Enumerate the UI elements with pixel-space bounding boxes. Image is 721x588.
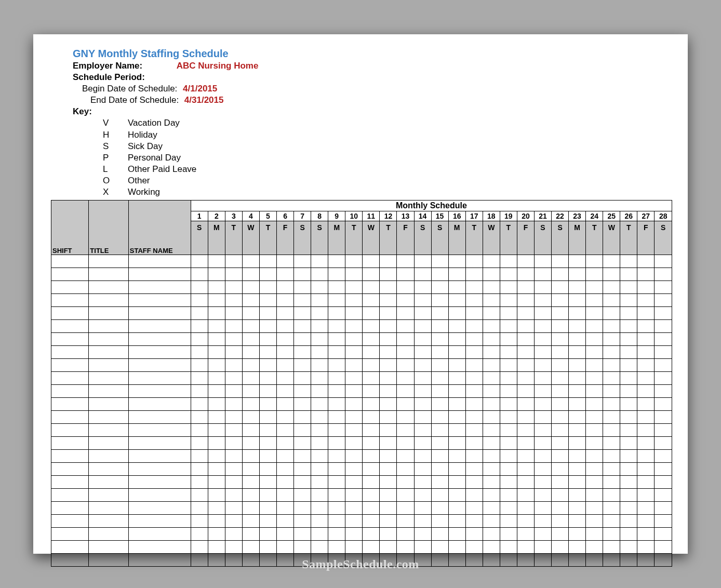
cell (620, 268, 637, 281)
cell (465, 294, 483, 307)
cell (569, 359, 586, 372)
cell (603, 268, 620, 281)
cell (345, 502, 363, 515)
cell (465, 307, 483, 320)
cell (620, 554, 637, 567)
cell (311, 294, 328, 307)
cell (380, 398, 397, 411)
cell (517, 515, 534, 528)
cell (89, 515, 128, 528)
day-letter: T (465, 221, 483, 255)
cell (128, 463, 191, 476)
cell (414, 541, 431, 554)
cell (128, 476, 191, 489)
cell (242, 515, 259, 528)
cell (191, 554, 208, 567)
cell (552, 437, 569, 450)
cell (569, 294, 586, 307)
day-number: 23 (569, 211, 586, 221)
cell (277, 515, 294, 528)
cell (500, 528, 517, 541)
cell (552, 489, 569, 502)
cell (552, 528, 569, 541)
cell (431, 424, 448, 437)
table-row (51, 515, 672, 528)
cell (431, 450, 448, 463)
cell (225, 255, 242, 268)
cell (294, 268, 311, 281)
cell (586, 359, 603, 372)
cell (500, 359, 517, 372)
cell (431, 346, 448, 359)
cell (345, 268, 363, 281)
cell (637, 463, 655, 476)
cell (191, 489, 208, 502)
cell (128, 541, 191, 554)
cell (483, 411, 500, 424)
cell (637, 411, 655, 424)
cell (603, 450, 620, 463)
cell (363, 372, 380, 385)
day-letter: T (259, 221, 276, 255)
cell (51, 515, 89, 528)
cell (655, 281, 672, 294)
day-number: 24 (586, 211, 603, 221)
cell (208, 333, 225, 346)
cell (51, 320, 89, 333)
cell (586, 411, 603, 424)
cell (363, 268, 380, 281)
cell (534, 515, 551, 528)
cell (414, 450, 431, 463)
cell (448, 359, 465, 372)
cell (380, 372, 397, 385)
cell (534, 333, 551, 346)
cell (259, 502, 276, 515)
cell (208, 411, 225, 424)
cell (465, 255, 483, 268)
table-row (51, 489, 672, 502)
cell (191, 372, 208, 385)
cell (208, 346, 225, 359)
cell (294, 554, 311, 567)
cell (345, 320, 363, 333)
cell (242, 294, 259, 307)
cell (517, 450, 534, 463)
cell (569, 528, 586, 541)
cell (51, 437, 89, 450)
cell (208, 281, 225, 294)
cell (380, 515, 397, 528)
cell (620, 489, 637, 502)
key-meaning: Vacation Day (128, 118, 180, 128)
cell (328, 489, 345, 502)
cell (89, 541, 128, 554)
cell (294, 541, 311, 554)
cell (637, 424, 655, 437)
cell (569, 541, 586, 554)
cell (465, 554, 483, 567)
cell (225, 424, 242, 437)
cell (208, 515, 225, 528)
cell (483, 255, 500, 268)
end-date-value: 4/31/2015 (184, 95, 224, 105)
cell (465, 411, 483, 424)
cell (294, 450, 311, 463)
cell (363, 450, 380, 463)
cell (414, 307, 431, 320)
cell (345, 463, 363, 476)
cell (89, 372, 128, 385)
begin-date-value: 4/1/2015 (183, 84, 217, 93)
cell (655, 515, 672, 528)
day-letter: T (500, 221, 517, 255)
cell (208, 294, 225, 307)
cell (517, 528, 534, 541)
cell (242, 502, 259, 515)
cell (277, 411, 294, 424)
cell (500, 255, 517, 268)
cell (225, 476, 242, 489)
cell (225, 333, 242, 346)
cell (603, 346, 620, 359)
end-date-label: End Date of Schedule: (90, 95, 179, 105)
cell (380, 294, 397, 307)
cell (397, 281, 414, 294)
cell (586, 541, 603, 554)
